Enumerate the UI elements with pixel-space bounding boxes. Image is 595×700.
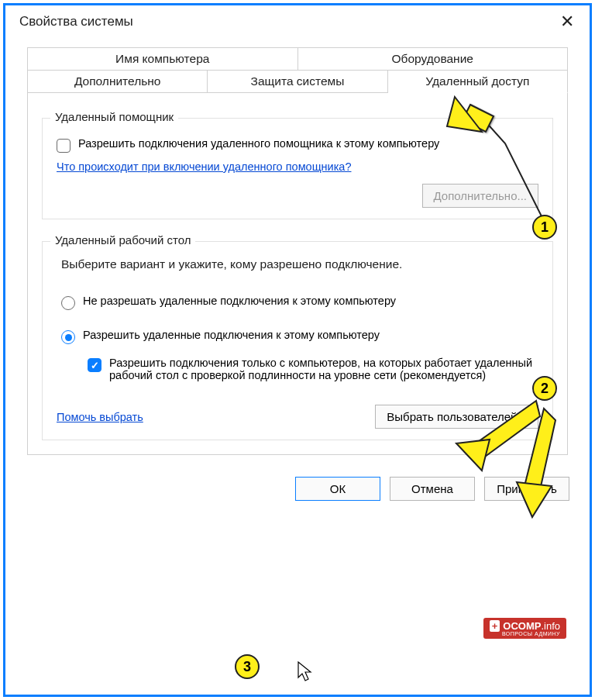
tab-computer-name[interactable]: Имя компьютера bbox=[27, 47, 298, 71]
svg-marker-6 bbox=[298, 662, 311, 681]
tabs-container: Имя компьютера Оборудование Дополнительн… bbox=[27, 47, 568, 93]
checkbox-nla[interactable] bbox=[88, 358, 101, 372]
watermark: +OCOMP.info ВОПРОСЫ АДМИНУ bbox=[483, 618, 566, 639]
annotation-badge-3: 3 bbox=[235, 654, 260, 679]
radio-allow-connections-label: Разрешить удаленные подключения к этому … bbox=[83, 329, 380, 341]
group-remote-desktop: Удаленный рабочий стол Выберите вариант … bbox=[42, 241, 553, 440]
link-help-choose[interactable]: Помочь выбрать bbox=[57, 411, 143, 423]
checkbox-allow-assistant-label: Разрешить подключения удаленного помощни… bbox=[78, 137, 439, 150]
group-title-assistant: Удаленный помощник bbox=[50, 110, 178, 123]
apply-button[interactable]: Применить bbox=[484, 477, 569, 501]
advanced-button[interactable]: Дополнительно... bbox=[422, 184, 538, 208]
desktop-description: Выберите вариант и укажите, кому разреше… bbox=[61, 257, 538, 271]
radio-deny-connections[interactable] bbox=[61, 296, 75, 310]
radio-allow-connections[interactable] bbox=[61, 330, 75, 344]
close-icon[interactable]: ✕ bbox=[555, 12, 579, 32]
checkbox-allow-assistant[interactable] bbox=[57, 139, 71, 153]
radio-deny-connections-label: Не разрешать удаленные подключения к это… bbox=[83, 295, 396, 307]
tab-remote[interactable]: Удаленный доступ bbox=[388, 71, 568, 93]
link-assistant-help[interactable]: Что происходит при включении удаленного … bbox=[57, 160, 352, 173]
cancel-button[interactable]: Отмена bbox=[390, 477, 475, 501]
tab-hardware[interactable]: Оборудование bbox=[298, 47, 569, 71]
tab-system-protection[interactable]: Защита системы bbox=[208, 71, 387, 93]
select-users-button[interactable]: Выбрать пользователей... bbox=[375, 405, 538, 429]
group-remote-assistant: Удаленный помощник Разрешить подключения… bbox=[42, 118, 553, 219]
annotation-badge-1: 1 bbox=[532, 215, 557, 240]
ok-button[interactable]: ОК bbox=[295, 477, 380, 501]
window-title: Свойства системы bbox=[19, 14, 133, 29]
group-title-desktop: Удаленный рабочий стол bbox=[50, 233, 195, 247]
tab-advanced[interactable]: Дополнительно bbox=[27, 71, 208, 93]
checkbox-nla-label: Разрешить подключения только с компьютер… bbox=[109, 357, 538, 381]
annotation-badge-2: 2 bbox=[532, 376, 557, 401]
